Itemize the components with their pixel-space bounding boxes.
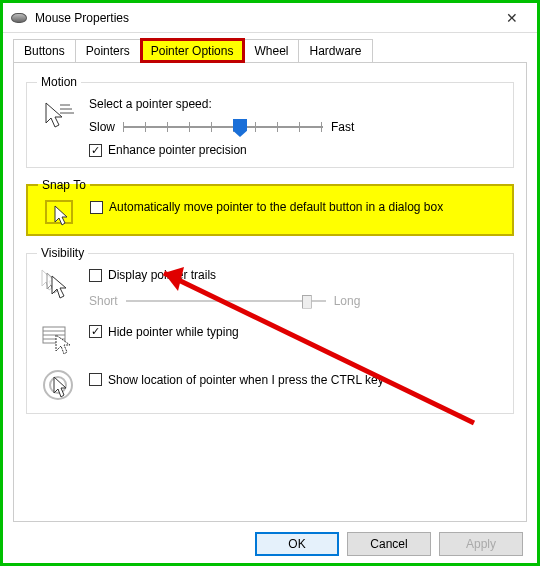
- titlebar: Mouse Properties ✕: [3, 3, 537, 33]
- tab-page: Motion Select a pointer speed: Slow: [13, 62, 527, 522]
- snap-to-checkbox[interactable]: Automatically move pointer to the defaul…: [90, 200, 443, 214]
- mouse-sys-icon: [11, 13, 27, 23]
- visibility-legend: Visibility: [37, 246, 88, 260]
- checkbox-icon: [89, 144, 102, 157]
- checkbox-icon: [89, 373, 102, 386]
- trail-length-slider: [126, 291, 326, 311]
- snap-to-legend: Snap To: [38, 178, 90, 192]
- ctrl-locate-checkbox[interactable]: Show location of pointer when I press th…: [89, 373, 384, 387]
- enhance-precision-label: Enhance pointer precision: [108, 143, 247, 157]
- group-motion: Motion Select a pointer speed: Slow: [26, 75, 514, 168]
- cancel-button[interactable]: Cancel: [347, 532, 431, 556]
- trails-long-label: Long: [334, 294, 361, 308]
- hide-while-typing-checkbox[interactable]: Hide pointer while typing: [89, 325, 239, 339]
- window-title: Mouse Properties: [35, 11, 495, 25]
- pointer-speed-icon: [40, 97, 76, 133]
- pointer-speed-label: Select a pointer speed:: [89, 97, 503, 111]
- pointer-trails-checkbox[interactable]: Display pointer trails: [89, 268, 216, 282]
- close-button[interactable]: ✕: [495, 6, 529, 30]
- tab-buttons[interactable]: Buttons: [13, 39, 76, 62]
- checkbox-icon: [89, 269, 102, 282]
- snap-to-label: Automatically move pointer to the defaul…: [109, 200, 443, 214]
- trails-short-label: Short: [89, 294, 118, 308]
- ctrl-locate-icon: [40, 367, 76, 403]
- group-snap-to: Snap To Automatically move pointer to th…: [26, 178, 514, 236]
- snap-to-icon: [45, 200, 73, 224]
- ctrl-locate-label: Show location of pointer when I press th…: [108, 373, 384, 387]
- hide-while-typing-icon: [40, 321, 76, 357]
- pointer-trails-icon: [40, 268, 76, 304]
- tab-pointers[interactable]: Pointers: [76, 39, 141, 62]
- tabstrip: Buttons Pointers Pointer Options Wheel H…: [3, 33, 537, 62]
- checkbox-icon: [90, 201, 103, 214]
- motion-legend: Motion: [37, 75, 81, 89]
- apply-button: Apply: [439, 532, 523, 556]
- ok-button[interactable]: OK: [255, 532, 339, 556]
- tab-wheel[interactable]: Wheel: [244, 39, 299, 62]
- group-visibility: Visibility Display pointer trails: [26, 246, 514, 414]
- pointer-trails-label: Display pointer trails: [108, 268, 216, 282]
- checkbox-icon: [89, 325, 102, 338]
- tab-hardware[interactable]: Hardware: [299, 39, 372, 62]
- speed-slow-label: Slow: [89, 120, 115, 134]
- dialog-button-bar: OK Cancel Apply: [3, 522, 537, 566]
- speed-fast-label: Fast: [331, 120, 354, 134]
- pointer-speed-slider[interactable]: [123, 117, 323, 137]
- hide-while-typing-label: Hide pointer while typing: [108, 325, 239, 339]
- enhance-precision-checkbox[interactable]: Enhance pointer precision: [89, 143, 247, 157]
- tab-pointer-options[interactable]: Pointer Options: [141, 39, 245, 62]
